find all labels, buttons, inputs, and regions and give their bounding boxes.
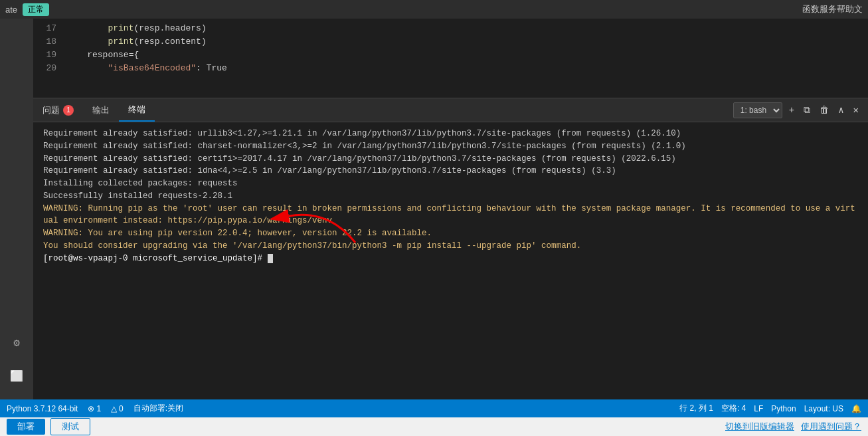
report-issue-link[interactable]: 使用遇到问题？: [801, 421, 861, 433]
python-version: Python 3.7.12 64-bit: [7, 404, 78, 413]
deploy-button[interactable]: 部署: [7, 419, 45, 435]
code-line-19: 19 response={: [33, 49, 868, 62]
app-title: ate: [5, 5, 17, 15]
error-icon: ⊗: [88, 404, 94, 413]
delete-terminal-icon[interactable]: 🗑: [817, 104, 831, 117]
code-editor[interactable]: 17 print(resp.headers) 18 print(resp.con…: [33, 19, 868, 98]
line-ending: LF: [754, 404, 763, 413]
code-line-20: 20 "isBase64Encoded": True: [33, 62, 868, 75]
help-link[interactable]: 函数服务帮助文: [802, 3, 863, 15]
terminal-line: Requirement already satisfied: charset-n…: [43, 140, 858, 153]
terminal-line: Successfully installed requests-2.28.1: [43, 190, 858, 203]
terminal-output[interactable]: Requirement already satisfied: urllib3<1…: [33, 122, 868, 399]
panel-controls: 1: bash + ⧉ 🗑 ∧ ✕: [733, 102, 868, 118]
terminal-line: Requirement already satisfied: idna<4,>=…: [43, 165, 858, 177]
sidebar-bottom: ⚙ ⬜: [7, 333, 27, 399]
error-count: ⊗ 1: [88, 404, 101, 413]
status-right: 行 2, 列 1 空格: 4 LF Python Layout: US 🔔: [679, 403, 861, 414]
tab-problems[interactable]: 问题 1: [33, 98, 83, 122]
problems-badge: 1: [63, 105, 74, 116]
warning-count: △ 0: [111, 404, 124, 413]
layout-indicator: Layout: US: [804, 404, 843, 413]
terminal-select[interactable]: 1: bash: [733, 102, 782, 118]
terminal-line: Installing collected packages: requests: [43, 177, 858, 190]
status-bar: Python 3.7.12 64-bit ⊗ 1 △ 0 自动部署:关闭 行 2…: [0, 399, 868, 417]
collapse-panel-icon[interactable]: ∧: [835, 103, 846, 117]
top-bar-left: ate 正常: [5, 3, 49, 16]
split-terminal-icon[interactable]: ⧉: [801, 104, 813, 117]
terminal-prompt: [root@ws-vpaapj-0 microsoft_service_upda…: [43, 253, 858, 265]
tab-output[interactable]: 输出: [83, 98, 119, 122]
switch-editor-link[interactable]: 切换到旧版编辑器: [725, 421, 794, 433]
bottom-right-links: 切换到旧版编辑器 使用遇到问题？: [725, 421, 861, 433]
language-indicator[interactable]: Python: [771, 404, 796, 413]
tab-terminal[interactable]: 终端: [119, 98, 155, 122]
cursor-position: 行 2, 列 1: [679, 403, 713, 414]
panel-tabs: 问题 1 输出 终端 1: bash + ⧉ 🗑 ∧ ✕: [33, 98, 868, 122]
top-bar: ate 正常 函数服务帮助文: [0, 0, 868, 19]
code-line-18: 18 print(resp.content): [33, 35, 868, 49]
main-area: 17 print(resp.headers) 18 print(resp.con…: [33, 19, 868, 399]
code-line-17: 17 print(resp.headers): [33, 22, 868, 35]
settings-icon[interactable]: ⚙: [7, 333, 27, 353]
spaces-indicator: 空格: 4: [721, 403, 746, 414]
bottom-bar: 部署 测试 切换到旧版编辑器 使用遇到问题？: [0, 417, 868, 436]
close-panel-icon[interactable]: ✕: [851, 103, 861, 117]
status-badge: 正常: [23, 3, 49, 16]
bell-icon[interactable]: 🔔: [851, 404, 861, 413]
terminal-warning-line: WARNING: Running pip as the 'root' user …: [43, 203, 858, 228]
layout-icon[interactable]: ⬜: [7, 366, 27, 386]
terminal-panel: 问题 1 输出 终端 1: bash + ⧉ 🗑 ∧ ✕ Require: [33, 98, 868, 399]
test-button[interactable]: 测试: [50, 418, 90, 435]
terminal-line: Requirement already satisfied: urllib3<1…: [43, 128, 858, 140]
terminal-warning-line: You should consider upgrading via the '/…: [43, 240, 858, 253]
add-terminal-icon[interactable]: +: [786, 104, 797, 117]
auto-deploy-status[interactable]: 自动部署:关闭: [133, 403, 183, 414]
terminal-warning-line: WARNING: You are using pip version 22.0.…: [43, 227, 858, 240]
code-lines: 17 print(resp.headers) 18 print(resp.con…: [33, 19, 868, 78]
terminal-line: Requirement already satisfied: certifi>=…: [43, 153, 858, 165]
sidebar: ⚙ ⬜: [0, 19, 33, 399]
warning-icon: △: [111, 404, 117, 413]
